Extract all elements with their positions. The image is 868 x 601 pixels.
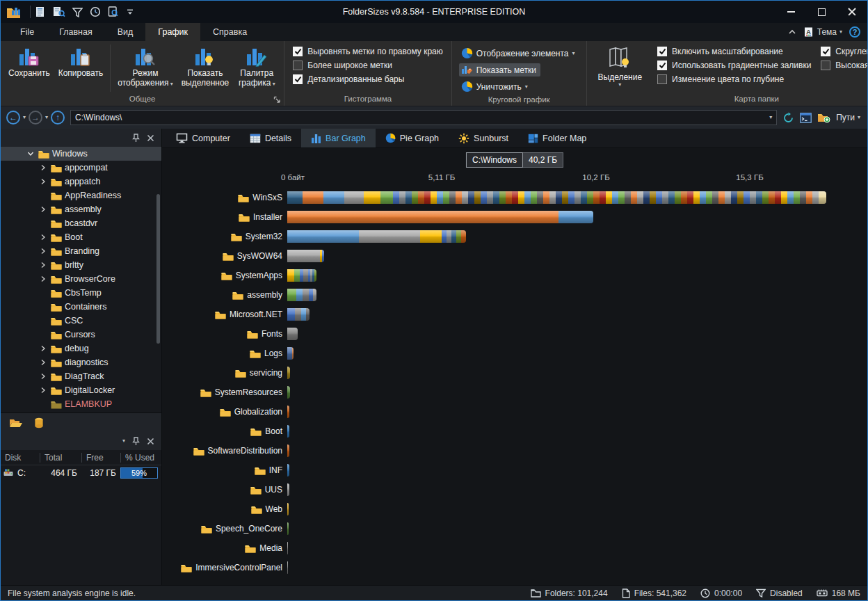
tab-computer[interactable]: Computer [166, 129, 240, 147]
tree-item-cbstemp[interactable]: CbsTemp [1, 286, 161, 300]
bar[interactable] [287, 522, 289, 535]
report-search-button[interactable] [53, 6, 65, 17]
checkbox-1[interactable]: Использовать градиентные заливки [657, 61, 811, 70]
qat-dropdown-button[interactable] [127, 8, 134, 15]
bar[interactable] [287, 542, 288, 554]
tree-item-assembly[interactable]: assembly [1, 202, 161, 216]
tab-bar-graph[interactable]: Bar Graph [301, 129, 376, 147]
close-panel-icon[interactable] [147, 438, 154, 445]
expander-closed-icon[interactable] [38, 387, 48, 394]
dialog-launcher-icon[interactable] [273, 96, 281, 104]
bar-row-label[interactable]: INF [162, 465, 287, 475]
bar-row-label[interactable]: ImmersiveControlPanel [162, 563, 287, 572]
bar[interactable] [287, 561, 288, 574]
ribbon-button-save-chart[interactable]: Сохранить [5, 43, 54, 79]
bar[interactable] [287, 250, 324, 262]
bar[interactable] [287, 347, 294, 360]
close-button[interactable] [837, 1, 867, 23]
bar[interactable] [287, 386, 290, 399]
bar[interactable] [287, 289, 316, 301]
tree-item-bcastdvr[interactable]: bcastdvr [1, 216, 161, 230]
expander-closed-icon[interactable] [38, 275, 48, 282]
bar-row-label[interactable]: Speech_OneCore [162, 524, 287, 534]
bar-row-label[interactable]: servicing [162, 368, 287, 378]
bar-row-label[interactable]: WinSxS [162, 193, 287, 202]
tree-item-boot[interactable]: Boot [1, 230, 161, 244]
ribbon-button-palette[interactable]: Палитраграфика ▾ [234, 43, 280, 89]
path-input[interactable]: C:\Windows\ ▾ [70, 110, 777, 125]
bar[interactable] [287, 503, 289, 515]
bar[interactable] [287, 406, 289, 418]
expander-closed-icon[interactable] [38, 248, 48, 255]
checkbox-1[interactable]: Высокая детализация [821, 61, 868, 70]
forward-button[interactable]: → [29, 111, 42, 125]
ribbon-button-copy-chart[interactable]: Копировать [55, 43, 107, 79]
disk-column-used[interactable]: % Used [120, 453, 160, 463]
pin-icon[interactable] [132, 437, 140, 446]
tree-item-diagnostics[interactable]: diagnostics [1, 355, 161, 369]
report-button[interactable] [35, 6, 46, 17]
bar-row-label[interactable]: Globalization [162, 407, 287, 417]
tree-scrollbar[interactable] [156, 194, 160, 344]
bar-row-label[interactable]: SystemResources [162, 387, 287, 397]
ribbon-item-2[interactable]: Уничтожить▾ [459, 79, 532, 94]
bar-row-label[interactable]: assembly [162, 290, 287, 300]
tree-item-branding[interactable]: Branding [1, 244, 161, 258]
bar-row-label[interactable]: SoftwareDistribution [162, 446, 287, 456]
path-dropdown-icon[interactable]: ▾ [769, 115, 772, 120]
bar-row-label[interactable]: System32 [162, 232, 287, 241]
bar-row-label[interactable]: Boot [162, 426, 287, 436]
expander-closed-icon[interactable] [38, 345, 48, 352]
minimize-button[interactable] [775, 1, 806, 23]
menu-tab-справка[interactable]: Справка [200, 23, 259, 41]
up-button[interactable]: ↑ [51, 111, 65, 125]
refresh-button[interactable] [782, 112, 794, 124]
disk-column-disk[interactable]: Disk [1, 453, 40, 463]
app-icon[interactable] [6, 5, 22, 19]
tree-item-cursors[interactable]: Cursors [1, 328, 161, 342]
folders-view-button[interactable] [9, 417, 23, 428]
back-button[interactable]: ← [6, 111, 20, 125]
tree-item-brltty[interactable]: brltty [1, 258, 161, 272]
expander-closed-icon[interactable] [38, 234, 48, 241]
chevron-down-icon[interactable]: ▾ [122, 438, 125, 444]
bar[interactable] [287, 230, 466, 243]
menu-tab-график[interactable]: График [145, 23, 200, 41]
ribbon-item-0[interactable]: Отображение элемента▾ [459, 46, 579, 61]
bar[interactable] [287, 328, 298, 340]
expander-closed-icon[interactable] [38, 178, 48, 185]
expander-closed-icon[interactable] [38, 359, 48, 366]
ribbon-button-show-selected[interactable]: Показатьвыделенное [178, 43, 233, 89]
checkbox-1[interactable]: Более широкое метки [293, 61, 392, 70]
bar-row-label[interactable]: Installer [162, 212, 287, 222]
checkbox-0[interactable]: Включить масштабирование [657, 47, 811, 56]
tab-details[interactable]: Details [240, 129, 301, 147]
help-button[interactable]: ? [849, 26, 860, 38]
add-path-button[interactable] [817, 112, 830, 123]
bar-row-label[interactable]: Web [162, 504, 287, 514]
tree-item-windows[interactable]: Windows [1, 147, 161, 161]
tab-folder-map[interactable]: Folder Map [518, 129, 596, 147]
tab-sunburst[interactable]: Sunburst [449, 129, 518, 147]
bar-row-label[interactable]: Logs [162, 348, 287, 358]
bar[interactable] [287, 444, 289, 457]
tree-item-digitallocker[interactable]: DigitalLocker [1, 383, 161, 397]
expander-closed-icon[interactable] [38, 373, 48, 380]
back-history-dropdown-icon[interactable]: ▾ [23, 115, 26, 120]
tree-item-appcompat[interactable]: appcompat [1, 161, 161, 175]
drives-view-button[interactable] [34, 417, 44, 428]
search-preview-button[interactable] [108, 6, 120, 17]
expander-closed-icon[interactable] [38, 206, 48, 213]
menu-tab-вид[interactable]: Вид [105, 23, 146, 41]
bar[interactable] [287, 483, 289, 496]
bar-row-label[interactable]: Microsoft.NET [162, 310, 287, 319]
expander-closed-icon[interactable] [38, 262, 48, 269]
disk-column-total[interactable]: Total [40, 453, 81, 463]
theme-button[interactable]: A Тема ▾ [803, 26, 842, 38]
checkbox-2[interactable]: Детализированные бары [293, 74, 404, 84]
tree-item-appreadiness[interactable]: AppReadiness [1, 189, 161, 202]
expander-open-icon[interactable] [26, 151, 35, 157]
paths-dropdown-button[interactable]: Пути ▾ [836, 113, 860, 122]
pin-icon[interactable] [132, 134, 140, 143]
schedule-button[interactable] [90, 6, 101, 17]
